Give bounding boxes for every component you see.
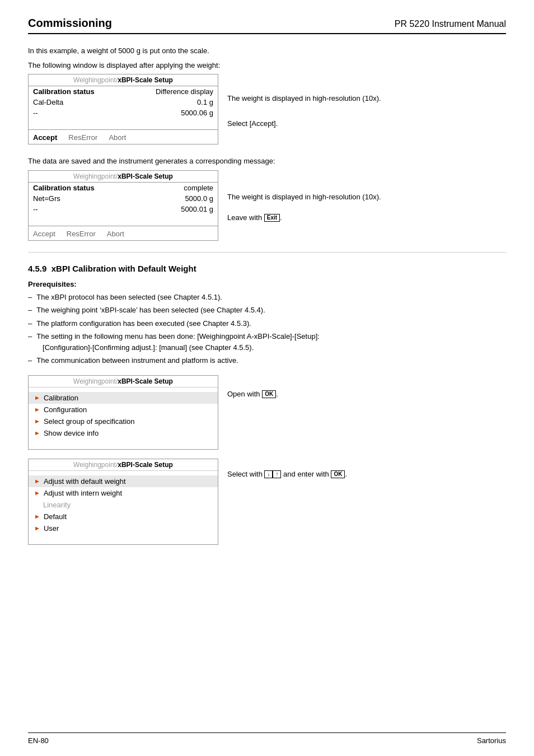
window1-row3-value: 5000.06 g — [181, 109, 213, 117]
menu4-item-intern-weight-label: Adjust with intern weight — [44, 489, 122, 497]
window4-menu: ► Adjust with default weight ► Adjust wi… — [29, 471, 218, 539]
menu3-item-configuration: ► Configuration — [29, 404, 218, 416]
menu3-item-calibration-label: Calibration — [44, 394, 78, 402]
arrow-icon-2: ► — [34, 406, 40, 413]
ok-icon-2: OK — [331, 470, 345, 478]
prereq-heading: Prerequisites: — [28, 280, 506, 288]
window4-note: Select with ↓↑ and enter with OK. — [227, 459, 506, 479]
window2-row3-value: 5000.01 g — [181, 205, 213, 213]
window3-note: Open with OK. — [227, 375, 506, 399]
page-header: Commissioning PR 5220 Instrument Manual — [28, 17, 506, 34]
window1-row3-label: -- — [33, 109, 38, 117]
menu4-item-default: ► Default — [29, 511, 218, 522]
menu4-item-user: ► User — [29, 522, 218, 534]
menu3-item-calibration: ► Calibration — [29, 392, 218, 404]
note4: Leave with Exit. — [227, 213, 506, 222]
window2-row1-value: complete — [184, 184, 213, 192]
window2-btn-reserror: ResError — [67, 230, 96, 238]
note4-post: . — [280, 213, 282, 222]
window1-row1-value: Difference display — [156, 87, 213, 96]
menu4-item-intern-weight: ► Adjust with intern weight — [29, 487, 218, 499]
intro-line2: The following window is displayed after … — [28, 60, 506, 71]
window2-footer: Accept ResError Abort — [29, 226, 218, 240]
window1-row2-label: Cal-Delta — [33, 98, 63, 106]
menu3-item-show-device: ► Show device info — [29, 427, 218, 439]
prereq-item-3: The platform configuration has been exec… — [28, 318, 506, 329]
window2-btn-accept: Accept — [33, 230, 55, 238]
window3-section: Weighingpoint/xBPI-Scale Setup ► Calibra… — [28, 375, 506, 450]
window1-title-light: Weighingpoint/ — [73, 76, 118, 84]
window2-row1-label: Calibration status — [33, 184, 95, 192]
prereq-item-4: The setting in the following menu has be… — [28, 331, 506, 353]
prereq-item-1: The xBPI protocol has been selected (see… — [28, 292, 506, 303]
menu4-item-linearity-label: Linearity — [34, 501, 71, 509]
menu3-item-configuration-label: Configuration — [44, 405, 87, 414]
window3-title: Weighingpoint/xBPI-Scale Setup — [29, 376, 218, 388]
window1-row1: Calibration status Difference display — [29, 86, 218, 97]
window2-section: Weighingpoint/xBPI-Scale Setup Calibrati… — [28, 170, 506, 243]
note6-mid: and enter with — [281, 470, 331, 478]
note1: The weight is displayed in high-resoluti… — [227, 94, 506, 102]
window3: Weighingpoint/xBPI-Scale Setup ► Calibra… — [28, 375, 218, 450]
window2-notes: The weight is displayed in high-resoluti… — [227, 170, 506, 222]
arrow-icon-4: ► — [34, 430, 40, 436]
window2-row3: -- 5000.01 g — [29, 204, 218, 214]
window2-btn-abort: Abort — [107, 230, 124, 238]
window3-title-light: Weighingpoint/ — [73, 377, 118, 385]
up-arrow-icon: ↑ — [273, 470, 281, 478]
note2: Select [Accept]. — [227, 119, 506, 128]
footer-company: Sartorius — [477, 736, 506, 745]
window2-row2: Net=Grs 5000.0 g — [29, 193, 218, 204]
note5: Open with OK. — [227, 390, 506, 399]
exit-icon: Exit — [264, 214, 280, 222]
window1-title-bold: xBPI-Scale Setup — [118, 76, 173, 84]
section-num: 4.5.9 — [28, 264, 46, 273]
prereq-item-4-text: The setting in the following menu has be… — [36, 331, 320, 353]
prereq-item-2-text: The weighing point ‘xBPI-scale’ has been… — [36, 305, 265, 316]
window4-title-light: Weighingpoint/ — [73, 461, 118, 469]
window2-row3-label: -- — [33, 205, 38, 213]
note6-pre: Select with — [227, 470, 264, 478]
window2-row2-label: Net=Grs — [33, 194, 60, 203]
window1-title: Weighingpoint/xBPI-Scale Setup — [29, 74, 218, 86]
window2-title: Weighingpoint/xBPI-Scale Setup — [29, 171, 218, 183]
window4: Weighingpoint/xBPI-Scale Setup ► Adjust … — [28, 459, 218, 545]
window1-notes: The weight is displayed in high-resoluti… — [227, 74, 506, 128]
window2-row1: Calibration status complete — [29, 183, 218, 193]
footer-page-num: EN-80 — [28, 736, 49, 745]
prereq-list: The xBPI protocol has been selected (see… — [28, 292, 506, 366]
ok-icon-1: OK — [262, 390, 276, 398]
section-divider — [28, 252, 506, 253]
window4-section: Weighingpoint/xBPI-Scale Setup ► Adjust … — [28, 459, 506, 545]
intro-line1: In this example, a weight of 5000 g is p… — [28, 45, 506, 57]
menu3-item-show-device-label: Show device info — [44, 429, 99, 437]
window3-menu: ► Calibration ► Configuration ► Select g… — [29, 388, 218, 444]
window4-title-bold: xBPI-Scale Setup — [118, 461, 173, 469]
prereq-item-2: The weighing point ‘xBPI-scale’ has been… — [28, 305, 506, 316]
menu4-item-user-label: User — [44, 524, 59, 533]
window4-title: Weighingpoint/xBPI-Scale Setup — [29, 459, 218, 471]
window2-title-light: Weighingpoint/ — [73, 172, 118, 180]
window1-row2-value: 0.1 g — [197, 98, 213, 106]
menu4-item-default-label: Default — [44, 512, 67, 521]
window2: Weighingpoint/xBPI-Scale Setup Calibrati… — [28, 170, 218, 241]
arrow-icon-6: ► — [34, 489, 40, 496]
header-title: PR 5220 Instrument Manual — [395, 19, 506, 29]
menu4-item-linearity: Linearity — [29, 499, 218, 511]
menu3-item-select-group: ► Select group of specification — [29, 416, 218, 427]
note3: The weight is displayed in high-resoluti… — [227, 193, 506, 201]
menu4-item-default-weight-label: Adjust with default weight — [44, 477, 126, 486]
page-footer: EN-80 Sartorius — [28, 732, 506, 745]
window2-title-bold: xBPI-Scale Setup — [118, 172, 173, 180]
window1-section: Weighingpoint/xBPI-Scale Setup Calibrati… — [28, 74, 506, 147]
window1-btn-abort: Abort — [109, 133, 126, 142]
window3-title-bold: xBPI-Scale Setup — [118, 377, 173, 385]
section-heading: 4.5.9 xBPI Calibration with Default Weig… — [28, 264, 506, 273]
intertext: The data are saved and the instrument ge… — [28, 156, 506, 167]
prereq-item-1-text: The xBPI protocol has been selected (see… — [36, 292, 222, 303]
arrow-icon-8: ► — [34, 525, 40, 531]
arrow-icon-1: ► — [34, 394, 40, 401]
note5-pre: Open with — [227, 390, 262, 398]
note5-post: . — [276, 390, 278, 398]
header-section: Commissioning — [28, 17, 112, 30]
